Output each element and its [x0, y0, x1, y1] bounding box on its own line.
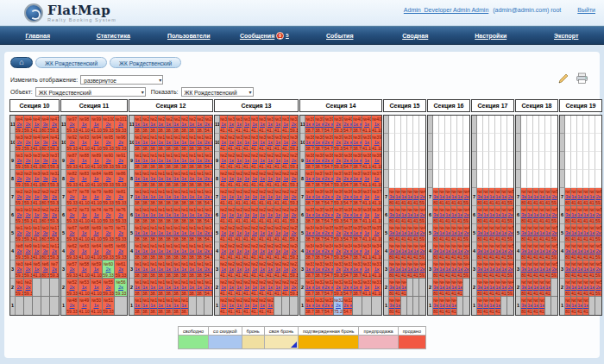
- apartment-cell[interactable]: №2231к41.10: [259, 279, 267, 297]
- apartment-link[interactable]: 1к: [228, 158, 235, 164]
- apartment-cell[interactable]: №4792к59.33: [463, 188, 469, 206]
- apartment-cell[interactable]: №791к41.10: [91, 188, 103, 206]
- apartment-link[interactable]: 1к: [220, 158, 227, 164]
- apartment-link[interactable]: 1к в: [150, 285, 157, 291]
- apartment-cell[interactable]: №2301к41.10: [236, 260, 243, 279]
- apartment-cell[interactable]: №463к80.55: [41, 116, 50, 134]
- apartment-link[interactable]: 1к: [79, 158, 90, 164]
- apartment-cell[interactable]: №2561к41.10: [282, 224, 290, 242]
- apartment-cell[interactable]: №891к41.10: [91, 152, 103, 170]
- apartment-cell[interactable]: №5281к41.10: [539, 279, 545, 297]
- apartment-cell[interactable]: №3391к41.10: [372, 260, 381, 279]
- apartment-link[interactable]: 1к в: [166, 230, 173, 236]
- apartment-cell[interactable]: №4921к41.10: [483, 260, 489, 279]
- apartment-cell[interactable]: №3222к75.20000: [334, 297, 343, 315]
- apartment-link[interactable]: 1к: [362, 230, 371, 236]
- apartment-link[interactable]: 2к: [334, 303, 343, 309]
- apartment-cell[interactable]: №4232к59.33: [419, 224, 425, 242]
- apartment-cell[interactable]: №1081к в38.72: [181, 297, 189, 315]
- apartment-link[interactable]: 2к: [419, 230, 425, 236]
- apartment-cell[interactable]: №2001к в38.72: [142, 116, 150, 134]
- apartment-link[interactable]: 1к в: [166, 122, 173, 128]
- nav-item-8[interactable]: Экспорт: [529, 27, 604, 44]
- apartment-link[interactable]: 1к: [282, 140, 289, 146]
- apartment-cell[interactable]: №4881к41.10: [495, 279, 501, 297]
- apartment-cell[interactable]: №2981к41.10: [220, 134, 228, 152]
- apartment-link[interactable]: 1к в: [353, 194, 362, 200]
- apartment-cell[interactable]: №5341к41.10: [545, 260, 551, 279]
- apartment-cell[interactable]: №5161к41.10: [483, 188, 489, 206]
- apartment-link[interactable]: 1к: [589, 285, 595, 291]
- apartment-link[interactable]: 2к: [115, 140, 127, 146]
- apartment-link[interactable]: 1к: [489, 212, 494, 218]
- apartment-link[interactable]: 1к: [282, 230, 289, 236]
- apartment-link[interactable]: 2к: [16, 122, 23, 128]
- apartment-cell[interactable]: №2331к41.10: [259, 260, 267, 279]
- apartment-cell[interactable]: №3291к в38.72: [353, 279, 362, 297]
- apartment-cell[interactable]: №3522к в54.78: [343, 224, 353, 242]
- apartment-cell[interactable]: №3641к в38.72: [305, 188, 315, 206]
- apartment-link[interactable]: 2к: [66, 140, 78, 146]
- apartment-cell[interactable]: №1571к в38.72: [197, 206, 204, 224]
- apartment-link[interactable]: 1к: [236, 140, 242, 146]
- apartment-link[interactable]: 2к: [24, 176, 32, 182]
- apartment-link[interactable]: 1к: [33, 194, 41, 200]
- apartment-link[interactable]: 2к: [16, 176, 23, 182]
- apartment-cell[interactable]: №2541к41.10: [267, 224, 274, 242]
- apartment-link[interactable]: 1к: [251, 158, 258, 164]
- apartment-link[interactable]: 2к: [463, 248, 469, 254]
- apartment-cell[interactable]: №3931к в38.72: [353, 134, 362, 152]
- apartment-link[interactable]: 2к: [551, 212, 557, 218]
- apartment-link[interactable]: 2к: [115, 122, 127, 128]
- apartment-link[interactable]: 2к: [66, 267, 78, 273]
- apartment-link[interactable]: 1к: [251, 122, 258, 128]
- apartment-link[interactable]: 2к: [507, 194, 513, 200]
- apartment-link[interactable]: 1к в: [173, 176, 180, 182]
- apartment-cell[interactable]: №3381к41.10: [362, 260, 372, 279]
- apartment-link[interactable]: 2к в: [324, 194, 333, 200]
- apartment-link[interactable]: 2к: [334, 230, 343, 236]
- apartment-link[interactable]: 1к: [439, 230, 444, 236]
- apartment-cell[interactable]: №2391к41.10: [228, 242, 236, 260]
- apartment-link[interactable]: 1к в: [158, 212, 165, 218]
- apartment-cell[interactable]: №4041к41.10: [395, 279, 401, 297]
- apartment-link[interactable]: 1к: [489, 248, 494, 254]
- apartment-cell[interactable]: №3131к41.10: [259, 116, 267, 134]
- apartment-link[interactable]: 2к в: [324, 122, 333, 128]
- apartment-cell[interactable]: №4743к80.55: [433, 188, 439, 206]
- apartment-link[interactable]: 1к: [220, 212, 227, 218]
- apartment-link[interactable]: 1к: [589, 267, 595, 273]
- apartment-link[interactable]: 2к: [595, 230, 601, 236]
- apartment-cell[interactable]: №4821к41.10: [483, 297, 489, 315]
- apartment-cell[interactable]: №5423к80.55: [521, 224, 527, 242]
- apartment-cell[interactable]: №3742к в54.78: [324, 170, 334, 188]
- apartment-link[interactable]: 2к: [66, 212, 78, 218]
- apartment-link[interactable]: 1к в: [181, 194, 188, 200]
- apartment-link[interactable]: 2к: [66, 248, 78, 254]
- apartment-cell[interactable]: №4973к80.55: [477, 242, 483, 260]
- apartment-link[interactable]: 1к: [413, 212, 418, 218]
- apartment-link[interactable]: 2к: [334, 212, 343, 218]
- apartment-link[interactable]: 1к в: [158, 248, 165, 254]
- apartment-cell[interactable]: №5833к80.55: [565, 224, 571, 242]
- display-mode-select[interactable]: развернутое: [80, 75, 163, 85]
- apartment-cell[interactable]: №2241к41.10: [267, 279, 274, 297]
- apartment-link[interactable]: 2к: [551, 230, 557, 236]
- apartment-cell[interactable]: №1891к в38.72: [135, 134, 142, 152]
- apartment-cell[interactable]: №5751к41.10: [589, 260, 595, 279]
- apartment-link[interactable]: 2к в: [204, 176, 212, 182]
- apartment-cell[interactable]: №2481к41.10: [220, 224, 228, 242]
- apartment-link[interactable]: 2к: [115, 176, 127, 182]
- apartment-link[interactable]: 1к в: [181, 212, 188, 218]
- apartment-cell[interactable]: №5321к41.10: [533, 260, 539, 279]
- apartment-cell[interactable]: №2731к41.10: [259, 188, 267, 206]
- apartment-cell[interactable]: №5181к41.10: [495, 188, 501, 206]
- apartment-link[interactable]: 1к в: [181, 122, 188, 128]
- apartment-link[interactable]: 1к: [413, 248, 418, 254]
- apartment-cell[interactable]: №4941к41.10: [495, 260, 501, 279]
- apartment-cell[interactable]: №2381к41.10: [220, 242, 228, 260]
- apartment-cell[interactable]: №1211к в38.72: [150, 260, 158, 279]
- apartment-link[interactable]: 1к в: [305, 303, 314, 309]
- apartment-link[interactable]: 1к: [251, 248, 258, 254]
- apartment-cell[interactable]: №2041к в38.72: [173, 116, 181, 134]
